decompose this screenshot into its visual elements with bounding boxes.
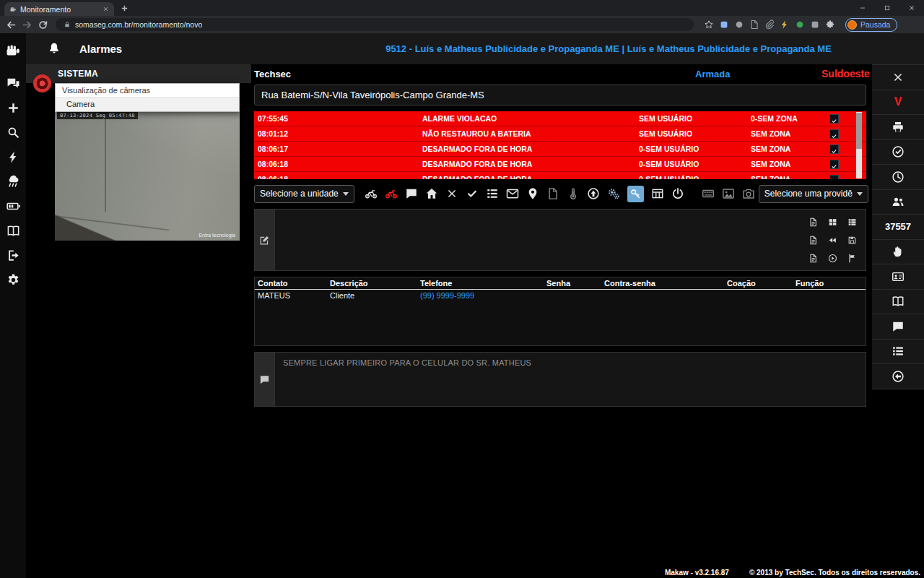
carwash-icon[interactable] <box>6 175 20 189</box>
bolt-icon[interactable] <box>6 150 20 164</box>
power-icon[interactable] <box>671 187 684 200</box>
grid-icon[interactable] <box>651 187 664 200</box>
extension-icon[interactable] <box>764 20 775 30</box>
extension-icon[interactable] <box>810 20 820 30</box>
forward-button[interactable] <box>21 19 33 31</box>
alarm-table-scrollbar[interactable] <box>856 112 862 178</box>
alarm-row[interactable]: 08:06:18 DESARMADO FORA DE HORA 0-SEM US… <box>254 157 866 172</box>
camera-menu-title: Visualização de câmeras <box>56 84 239 98</box>
alarm-row[interactable]: 08:01:12 NÃO RESTAUROU A BATERIA SEM USU… <box>254 126 866 142</box>
location-icon[interactable] <box>526 187 539 200</box>
alarm-row[interactable]: 07:55:45 ALARME VIOLACAO SEM USUÁRIO 0-S… <box>254 111 866 126</box>
file-icon[interactable] <box>808 217 818 227</box>
book-icon[interactable] <box>6 224 20 238</box>
alarm-checkbox[interactable] <box>829 144 839 154</box>
contact-row[interactable]: MATEUS Cliente (99) 9999-9999 <box>255 290 866 302</box>
bell-icon[interactable] <box>48 42 61 55</box>
extension-icon[interactable] <box>795 20 805 30</box>
camera-menu-item[interactable]: Camera <box>56 98 239 111</box>
confirm-icon[interactable] <box>466 187 479 200</box>
providence-select[interactable]: Selecione uma providênc <box>759 185 868 203</box>
battery-icon[interactable] <box>6 199 20 213</box>
add-icon[interactable] <box>6 101 20 115</box>
search-icon[interactable] <box>6 126 20 139</box>
flag-icon[interactable] <box>847 254 857 263</box>
email-icon[interactable] <box>506 187 519 200</box>
logout-icon[interactable] <box>6 249 20 262</box>
profile-paused-button[interactable]: Pausada <box>845 18 897 32</box>
alarm-row[interactable]: 08:06:17 DESARMADO FORA DE HORA 0-SEM US… <box>254 142 866 157</box>
circle-arrow-left-icon <box>892 370 905 383</box>
close-attendance-button[interactable] <box>872 65 924 90</box>
alarm-row[interactable]: 08:06:18 DESARMADO FORA DE HORA 0-SEM US… <box>254 172 866 179</box>
play-icon[interactable] <box>828 254 837 263</box>
upload-icon[interactable] <box>587 187 600 200</box>
lock-icon <box>64 21 71 28</box>
sistema-label: SISTEMA <box>58 69 98 79</box>
close-icon[interactable] <box>445 187 458 200</box>
alarm-checkbox[interactable] <box>829 114 839 124</box>
address-bar[interactable]: somaseg.com.br/monitoramento/novo <box>56 18 694 31</box>
contact-phone-link[interactable]: (99) 9999-9999 <box>420 291 474 300</box>
extension-icon[interactable] <box>780 20 790 30</box>
camera-icon[interactable] <box>742 187 755 200</box>
motorcycle-alert-icon[interactable] <box>385 187 398 200</box>
notes-textarea[interactable] <box>275 210 866 270</box>
list-button[interactable] <box>872 340 924 365</box>
alarm-indicator-icon[interactable] <box>33 74 51 92</box>
client-title[interactable]: 9512 - Luís e Matheus Publicidade e Prop… <box>344 43 873 54</box>
alarm-checkbox[interactable] <box>829 160 839 169</box>
rewind-icon[interactable] <box>828 236 837 245</box>
extension-icon[interactable] <box>734 20 744 30</box>
check-circle-icon <box>892 145 905 158</box>
save-icon[interactable] <box>847 236 857 245</box>
reload-button[interactable] <box>37 19 49 31</box>
settings-gear-icon[interactable] <box>6 273 20 287</box>
go-back-button[interactable] <box>872 364 924 389</box>
report-file-icon[interactable] <box>546 187 559 200</box>
users-button[interactable] <box>872 190 924 215</box>
scrollbar-thumb[interactable] <box>856 113 862 149</box>
extension-icon[interactable] <box>719 20 729 30</box>
file-icon[interactable] <box>808 254 818 263</box>
thermometer-icon[interactable] <box>567 187 580 200</box>
terminal-icon[interactable] <box>702 187 715 200</box>
browser-toolbar: somaseg.com.br/monitoramento/novo Pausad… <box>0 16 924 33</box>
window-maximize-button[interactable] <box>875 0 899 16</box>
file-icon[interactable] <box>808 236 818 245</box>
key-button-active[interactable] <box>627 186 644 202</box>
extension-icon[interactable] <box>749 20 759 30</box>
window-close-button[interactable] <box>899 0 924 16</box>
window-minimize-button[interactable] <box>850 0 875 16</box>
tab-close-icon[interactable] <box>103 6 109 12</box>
hold-button[interactable] <box>872 240 924 265</box>
grid-icon[interactable] <box>828 217 837 227</box>
unit-select[interactable]: Selecione a unidade <box>254 185 354 203</box>
print-button[interactable] <box>872 115 924 140</box>
image-icon[interactable] <box>722 187 735 200</box>
sistema-section-header: SISTEMA <box>26 64 251 83</box>
chat-button[interactable] <box>872 314 924 340</box>
list-grid-icon[interactable] <box>847 217 857 227</box>
new-tab-button[interactable] <box>121 4 128 12</box>
chat-icon[interactable] <box>405 187 418 200</box>
v-button[interactable]: V <box>872 90 924 116</box>
techsec-logo-icon[interactable] <box>4 42 22 59</box>
contact-card-button[interactable] <box>872 264 924 290</box>
services-icon[interactable] <box>607 187 620 200</box>
confirm-button[interactable] <box>872 140 924 165</box>
camera-feed[interactable]: 07-13-2024 Seg 05:47:48 Entra tecnologia <box>55 110 240 241</box>
alarm-checkbox[interactable] <box>829 129 839 139</box>
messages-icon[interactable] <box>6 77 20 90</box>
address-input[interactable] <box>254 85 866 105</box>
log-book-button[interactable] <box>872 290 924 315</box>
extensions-puzzle-icon[interactable] <box>825 20 835 30</box>
history-button[interactable] <box>872 165 924 190</box>
tasks-icon[interactable] <box>486 187 499 200</box>
back-button[interactable] <box>5 19 17 31</box>
home-icon[interactable] <box>425 187 438 200</box>
bookmark-star-icon[interactable] <box>704 20 714 30</box>
motorcycle-icon[interactable] <box>365 187 378 200</box>
browser-tab[interactable]: Monitoramento <box>4 2 114 16</box>
alarm-checkbox[interactable] <box>829 175 839 179</box>
